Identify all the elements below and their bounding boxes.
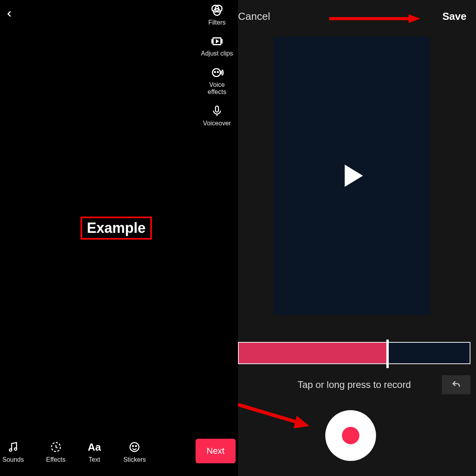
adjust-clips-tool[interactable]: Adjust clips [199, 34, 235, 57]
sounds-button[interactable]: Sounds [2, 440, 24, 463]
voiceover-label: Voiceover [203, 120, 231, 127]
svg-marker-19 [409, 14, 420, 23]
stickers-icon [128, 440, 141, 454]
svg-marker-4 [217, 40, 218, 43]
play-icon [345, 165, 363, 187]
record-indicator-icon [342, 427, 359, 444]
svg-point-17 [136, 445, 137, 447]
hint-row: Tap or long press to record [238, 379, 470, 390]
voice-effects-tool[interactable]: Voice effects [199, 65, 235, 96]
save-button[interactable]: Save [442, 10, 466, 23]
stickers-label: Stickers [123, 456, 146, 463]
annotation-arrow-save [329, 14, 420, 23]
undo-button[interactable] [442, 375, 470, 394]
text-label: Text [88, 456, 100, 463]
svg-point-7 [213, 69, 221, 77]
text-icon: Aa [88, 440, 101, 454]
bottom-toolbar: Sounds Effects Aa Text Stickers [2, 439, 236, 463]
annotation-arrow-record [238, 401, 309, 428]
svg-point-9 [217, 71, 218, 72]
svg-point-13 [14, 448, 17, 450]
svg-point-15 [130, 443, 139, 452]
tools-column: Filters Adjust clips Voice effects Voice… [199, 3, 235, 127]
voice-effects-label: Voice effects [208, 81, 226, 96]
timeline-progress [239, 343, 388, 363]
sounds-label: Sounds [2, 456, 24, 463]
svg-point-12 [10, 449, 12, 451]
video-preview[interactable] [274, 36, 430, 315]
undo-icon [451, 380, 462, 390]
voiceover-tool[interactable]: Voiceover [199, 104, 235, 127]
next-button[interactable]: Next [196, 439, 236, 463]
voice-effects-icon [210, 65, 224, 80]
recording-timeline[interactable] [238, 342, 470, 364]
text-overlay-highlight[interactable]: Example [81, 217, 152, 240]
svg-point-16 [132, 445, 134, 447]
record-hint: Tap or long press to record [298, 379, 411, 390]
adjust-clips-icon [210, 34, 224, 48]
svg-line-20 [238, 405, 297, 422]
filters-icon [210, 3, 224, 17]
timeline-playhead[interactable] [386, 340, 389, 368]
effects-button[interactable]: Effects [46, 440, 65, 463]
music-note-icon [6, 440, 20, 454]
microphone-icon [210, 104, 224, 118]
svg-marker-21 [294, 416, 309, 428]
svg-rect-10 [215, 106, 219, 112]
text-button[interactable]: Aa Text [88, 440, 101, 463]
chevron-left-icon [5, 10, 13, 18]
filters-label: Filters [208, 19, 226, 26]
effects-label: Effects [46, 456, 65, 463]
filters-tool[interactable]: Filters [199, 3, 235, 26]
svg-point-8 [215, 71, 215, 72]
cancel-button[interactable]: Cancel [238, 10, 270, 23]
adjust-clips-label: Adjust clips [201, 50, 233, 57]
editor-screen: Filters Adjust clips Voice effects Voice… [0, 0, 238, 476]
record-button[interactable] [325, 410, 376, 461]
back-button[interactable] [3, 8, 15, 20]
stickers-button[interactable]: Stickers [123, 440, 146, 463]
text-overlay: Example [87, 220, 146, 236]
effects-icon [49, 440, 63, 454]
